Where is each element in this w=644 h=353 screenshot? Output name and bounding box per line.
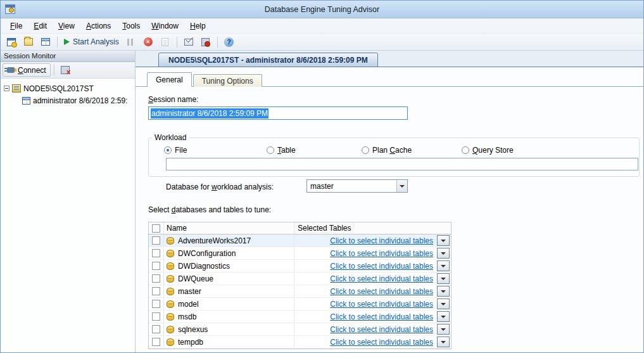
database-icon bbox=[167, 250, 174, 257]
radio-query-store[interactable]: Query Store bbox=[462, 146, 514, 155]
workload-database-label: Database for workload analysis: bbox=[166, 183, 274, 191]
select-tables-link[interactable]: Click to select individual tables bbox=[330, 338, 433, 347]
chevron-down-icon bbox=[441, 341, 446, 343]
session-tree: NODE5\SQL2017ST administrator 8/6/2018 2… bbox=[1, 79, 135, 352]
select-tables-link[interactable]: Click to select individual tables bbox=[330, 236, 433, 245]
document-tab[interactable]: NODE5\SQL2017ST - administrator 8/6/2018… bbox=[158, 53, 378, 67]
connect-button[interactable]: Connect bbox=[3, 63, 51, 77]
menu-tools[interactable]: Tools bbox=[117, 19, 146, 33]
general-tab-page: General Tuning Options Session name: adm… bbox=[136, 67, 643, 352]
collapse-icon[interactable] bbox=[4, 86, 9, 91]
database-name: DWQueue bbox=[178, 274, 213, 283]
open-session-button[interactable] bbox=[21, 35, 36, 49]
row-checkbox[interactable] bbox=[152, 300, 160, 308]
start-analysis-button[interactable]: Start Analysis bbox=[61, 35, 122, 49]
apply-recommendations-button[interactable] bbox=[198, 35, 213, 49]
tables-dropdown-button[interactable] bbox=[437, 235, 450, 246]
menu-help[interactable]: Help bbox=[184, 19, 212, 33]
tree-item-server[interactable]: NODE5\SQL2017ST bbox=[1, 82, 135, 94]
select-tables-link[interactable]: Click to select individual tables bbox=[330, 287, 433, 296]
table-row: msdb Click to select individual tables bbox=[149, 311, 451, 323]
table-row: DWConfiguration Click to select individu… bbox=[149, 247, 451, 260]
combo-dropdown-button[interactable] bbox=[396, 180, 407, 192]
row-checkbox[interactable] bbox=[152, 236, 160, 245]
start-analysis-label: Start Analysis bbox=[73, 37, 119, 46]
tables-dropdown-button[interactable] bbox=[437, 298, 450, 309]
new-session-button[interactable] bbox=[4, 35, 19, 49]
menu-view[interactable]: View bbox=[53, 19, 80, 33]
chevron-down-icon bbox=[441, 265, 446, 267]
select-tables-link[interactable]: Click to select individual tables bbox=[330, 312, 433, 321]
tables-dropdown-button[interactable] bbox=[437, 260, 450, 271]
table-row: sqlnexus Click to select individual tabl… bbox=[149, 323, 451, 336]
menu-window[interactable]: Window bbox=[146, 19, 184, 33]
database-name: DWDiagnostics bbox=[178, 262, 230, 271]
header-selected-tables[interactable]: Selected Tables bbox=[294, 222, 451, 234]
disconnect-button[interactable] bbox=[58, 63, 73, 77]
select-tables-link[interactable]: Click to select individual tables bbox=[330, 325, 433, 334]
help-button[interactable]: ? bbox=[222, 35, 237, 49]
database-name: DWConfiguration bbox=[178, 249, 236, 258]
row-checkbox[interactable] bbox=[152, 249, 160, 257]
clone-session-button bbox=[158, 35, 173, 49]
tab-control: General Tuning Options bbox=[136, 72, 643, 87]
server-name: NODE5\SQL2017ST bbox=[23, 84, 94, 93]
radio-query-store-circle bbox=[462, 146, 469, 154]
tables-dropdown-button[interactable] bbox=[437, 248, 450, 259]
radio-plan-cache[interactable]: Plan Cache bbox=[362, 146, 412, 155]
document-tab-strip: NODE5\SQL2017ST - administrator 8/6/2018… bbox=[136, 51, 643, 67]
database-icon bbox=[167, 262, 174, 270]
row-checkbox[interactable] bbox=[152, 312, 160, 321]
tab-general[interactable]: General bbox=[147, 72, 192, 87]
radio-query-store-label: Query Store bbox=[472, 146, 514, 155]
chevron-down-icon bbox=[441, 240, 446, 242]
select-all-checkbox[interactable] bbox=[152, 224, 160, 233]
main-toolbar: Start Analysis × ? bbox=[1, 34, 643, 51]
databases-table: Name Selected Tables AdventureWorks2017 … bbox=[148, 222, 451, 349]
open-folder-icon bbox=[24, 38, 33, 46]
select-tables-link[interactable]: Click to select individual tables bbox=[330, 249, 433, 258]
tables-dropdown-button[interactable] bbox=[437, 337, 450, 347]
row-checkbox[interactable] bbox=[152, 262, 160, 270]
session-name-input[interactable]: administrator 8/6/2018 2:59:09 PM bbox=[148, 106, 408, 120]
pause-icon bbox=[127, 39, 134, 46]
session-monitor-header: Session Monitor bbox=[1, 51, 135, 62]
body-area: Session Monitor Connect NODE5\SQL2017ST … bbox=[1, 51, 643, 352]
menu-actions[interactable]: Actions bbox=[80, 19, 117, 33]
row-checkbox[interactable] bbox=[152, 274, 160, 283]
menu-file[interactable]: File bbox=[4, 19, 28, 33]
row-checkbox[interactable] bbox=[152, 325, 160, 333]
select-tables-link[interactable]: Click to select individual tables bbox=[330, 300, 433, 309]
tables-dropdown-button[interactable] bbox=[437, 286, 450, 297]
table-row: tempdb Click to select individual tables bbox=[149, 336, 451, 349]
radio-table[interactable]: Table bbox=[267, 146, 296, 155]
tables-dropdown-button[interactable] bbox=[437, 273, 450, 284]
tab-tuning-options[interactable]: Tuning Options bbox=[193, 74, 262, 87]
radio-file[interactable]: File bbox=[164, 146, 187, 155]
tables-dropdown-button[interactable] bbox=[437, 324, 450, 335]
import-workload-button[interactable] bbox=[181, 35, 196, 49]
tables-dropdown-button[interactable] bbox=[437, 311, 450, 322]
header-name[interactable]: Name bbox=[164, 222, 294, 234]
row-checkbox[interactable] bbox=[152, 338, 160, 346]
plug-icon bbox=[7, 67, 15, 73]
workload-database-combo[interactable]: master bbox=[306, 179, 408, 193]
session-monitor-panel: Session Monitor Connect NODE5\SQL2017ST … bbox=[1, 51, 136, 352]
chevron-down-icon bbox=[441, 328, 446, 331]
view-grid-button[interactable] bbox=[38, 35, 53, 49]
combo-value: master bbox=[307, 180, 396, 192]
menu-edit[interactable]: Edit bbox=[28, 19, 53, 33]
row-checkbox[interactable] bbox=[152, 287, 160, 295]
tree-item-session[interactable]: administrator 8/6/2018 2:59: bbox=[1, 94, 135, 106]
workload-file-input[interactable] bbox=[166, 158, 638, 170]
stop-analysis-button[interactable]: × bbox=[141, 35, 156, 49]
server-gear-icon bbox=[201, 38, 210, 46]
radio-table-label: Table bbox=[277, 146, 296, 155]
database-name: AdventureWorks2017 bbox=[178, 236, 251, 245]
table-header: Name Selected Tables bbox=[149, 222, 451, 234]
toolbar-separator bbox=[57, 37, 58, 48]
database-icon bbox=[167, 275, 174, 283]
select-tables-link[interactable]: Click to select individual tables bbox=[330, 274, 433, 283]
select-tables-link[interactable]: Click to select individual tables bbox=[330, 262, 433, 271]
chevron-down-icon bbox=[441, 303, 446, 305]
